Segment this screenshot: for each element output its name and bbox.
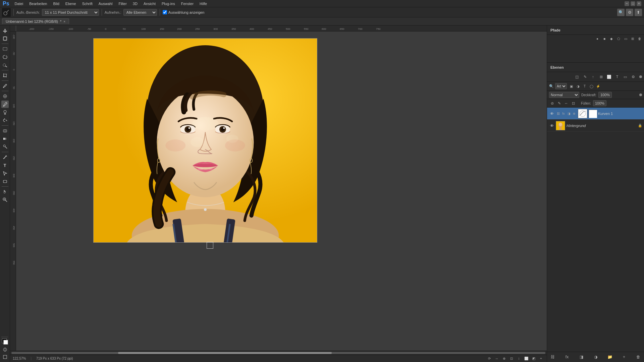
layer-smart-curves[interactable]: ⊕ <box>572 111 577 116</box>
status-icon-1[interactable]: ⟳ <box>486 356 492 362</box>
menu-filter[interactable]: Filter <box>116 1 129 6</box>
menu-3d[interactable]: 3D <box>130 1 140 6</box>
zoom-tool[interactable] <box>1 196 9 203</box>
canvas-scroll[interactable] <box>16 32 547 351</box>
quick-selection-tool[interactable] <box>1 61 9 69</box>
pfade-icon-pentagon[interactable]: ⬠ <box>615 36 622 42</box>
status-icon-6[interactable]: ⬜ <box>523 356 529 362</box>
status-icon-2[interactable]: ↔ <box>494 356 500 362</box>
pfade-icon-square[interactable]: ■ <box>601 36 607 42</box>
eyedropper-tool[interactable] <box>1 82 9 89</box>
lasso-tool[interactable] <box>1 53 9 61</box>
status-icon-3[interactable]: ⊕ <box>501 356 507 362</box>
filter-smart-btn[interactable]: ⚡ <box>595 83 601 89</box>
add-mask-btn[interactable]: ◨ <box>578 353 585 361</box>
status-icon-5[interactable]: ↕ <box>516 356 522 362</box>
ebenen-icon-7[interactable]: ▭ <box>622 73 629 80</box>
minimize-button[interactable]: − <box>625 1 629 6</box>
clone-tool[interactable] <box>1 109 9 116</box>
pfade-icon-add[interactable]: ⊞ <box>630 36 636 42</box>
h-scroll-thumb[interactable] <box>118 352 332 354</box>
filter-pixel-btn[interactable]: ▣ <box>568 83 574 89</box>
layer-eye-background[interactable]: 👁 <box>549 123 554 128</box>
ebenen-icon-5[interactable]: ⬜ <box>606 73 612 80</box>
eraser-tool[interactable] <box>1 127 9 134</box>
marquee-tool[interactable] <box>1 45 9 53</box>
menu-auswahl[interactable]: Auswahl <box>96 1 115 6</box>
auswahl-anzeigen-label[interactable]: Auswählung anzeigen <box>163 10 205 14</box>
horizontal-scrollbar[interactable] <box>10 351 547 355</box>
filter-shape-btn[interactable]: ◯ <box>588 83 594 89</box>
canvas-image[interactable] <box>93 38 317 243</box>
pfade-icon-diamond[interactable]: ◆ <box>608 36 614 42</box>
layer-mask-curves[interactable]: ◨ <box>567 111 571 116</box>
menu-bild[interactable]: Bild <box>50 1 62 6</box>
foreground-background-colors[interactable] <box>1 338 9 345</box>
new-layer-btn[interactable]: + <box>621 353 628 361</box>
lock-transparent-btn[interactable]: ⊘ <box>549 100 555 106</box>
layer-fx-curves[interactable]: fx <box>561 111 566 116</box>
menu-schrift[interactable]: Schrift <box>79 1 95 6</box>
maximize-button[interactable]: □ <box>631 1 635 6</box>
menu-bearbeiten[interactable]: Bearbeiten <box>26 1 50 6</box>
history-brush-tool[interactable] <box>1 117 9 124</box>
settings-button-toolbar[interactable]: ⚙ <box>626 9 633 16</box>
gradient-tool[interactable] <box>1 135 9 142</box>
delete-layer-btn[interactable]: 🗑 <box>635 353 642 361</box>
document-tab[interactable]: Unbenannt-1 bei 123% (RGB/8) * × <box>2 18 69 24</box>
menu-fenster[interactable]: Fenster <box>178 1 196 6</box>
dodge-tool[interactable] <box>1 143 9 150</box>
text-tool[interactable]: T <box>1 162 9 169</box>
lock-position-btn[interactable]: ↔ <box>563 100 569 106</box>
filter-adjust-btn[interactable]: ◑ <box>575 83 581 89</box>
move-tool[interactable] <box>1 27 9 34</box>
add-layer-style-btn[interactable]: fx <box>564 353 571 361</box>
blend-mode-select[interactable]: Normal <box>549 92 579 98</box>
filter-text-btn[interactable]: T <box>582 83 588 89</box>
brush-tool[interactable] <box>1 101 9 108</box>
new-fill-adjustment-btn[interactable]: ◑ <box>592 353 599 361</box>
layer-row-curves[interactable]: 👁 ⛓ fx ◨ ⊕ <box>547 108 644 120</box>
hand-tool[interactable] <box>1 188 9 195</box>
quick-mask-tool[interactable] <box>1 346 9 353</box>
healing-tool[interactable] <box>1 93 9 100</box>
status-icon-8[interactable]: + <box>538 356 544 362</box>
lock-artboards-btn[interactable]: ⊡ <box>570 100 576 106</box>
shape-tool[interactable] <box>1 178 9 185</box>
ebenen-icon-8[interactable]: ⚙ <box>630 73 637 80</box>
aufnehmen-select[interactable]: Alle Ebenen <box>123 9 157 16</box>
menu-hilfe[interactable]: Hilfe <box>197 1 210 6</box>
menu-ebene[interactable]: Ebene <box>63 1 79 6</box>
document-tab-close[interactable]: × <box>63 20 65 23</box>
ebenen-icon-6[interactable]: T <box>614 73 621 80</box>
menu-datei[interactable]: Datei <box>12 1 26 6</box>
layer-eye-curves[interactable]: 👁 <box>549 111 554 116</box>
pen-tool[interactable] <box>1 154 9 161</box>
link-layers-btn[interactable]: ⛓ <box>549 353 556 361</box>
deckkraft-input[interactable] <box>598 92 612 98</box>
crop-tool[interactable] <box>1 72 9 79</box>
ebenen-icon-1[interactable]: ◫ <box>574 73 580 80</box>
fuellen-input[interactable] <box>593 100 606 106</box>
menu-ansicht[interactable]: Ansicht <box>141 1 158 6</box>
artboard-tool[interactable] <box>1 35 9 42</box>
aufnehmen-bereich-select[interactable]: 11 x 11 Pixel Durchschnitt <box>42 9 99 16</box>
new-group-btn[interactable]: 📁 <box>606 353 613 361</box>
search-button-toolbar[interactable]: 🔍 <box>617 9 625 16</box>
background-color[interactable] <box>3 340 8 345</box>
lock-pixels-btn[interactable]: ✎ <box>556 100 562 106</box>
pfade-icon-circle[interactable]: ● <box>594 36 600 42</box>
status-icon-4[interactable]: ⊡ <box>508 356 515 362</box>
pfade-icon-trash[interactable]: 🗑 <box>637 36 643 42</box>
path-selection-tool[interactable] <box>1 170 9 177</box>
close-button[interactable]: × <box>637 1 641 6</box>
screen-mode-tool[interactable] <box>1 353 9 361</box>
auswahl-anzeigen-checkbox[interactable] <box>163 10 167 14</box>
ebenen-icon-2[interactable]: ✎ <box>582 73 588 80</box>
ebenen-icon-3[interactable]: ↑ <box>590 73 596 80</box>
share-button-toolbar[interactable]: ⬆ <box>635 9 642 16</box>
status-icon-7[interactable]: ◩ <box>531 356 537 362</box>
layer-row-background[interactable]: 👁 Hintergrund 🔒 <box>547 120 644 132</box>
layer-link-curves[interactable]: ⛓ <box>556 111 560 116</box>
ebenen-kind-select[interactable]: Art <box>555 83 567 89</box>
